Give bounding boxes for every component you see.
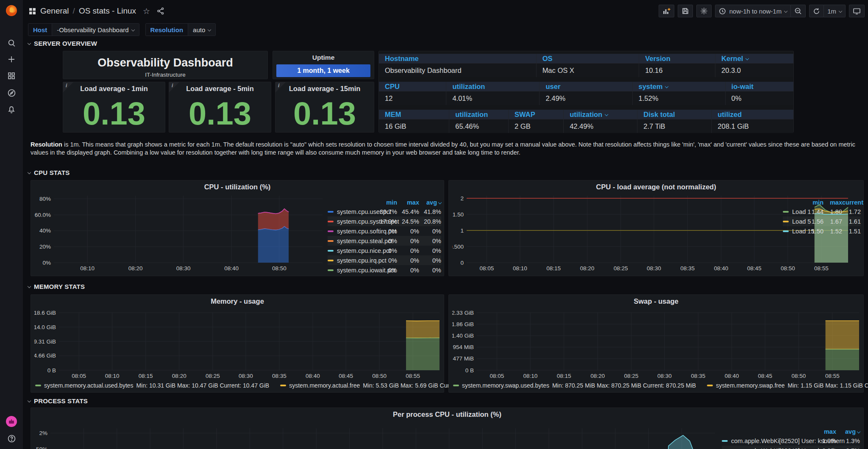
cpu-load-title[interactable]: CPU - load average (not normalized) [449, 183, 863, 191]
legend-sort-min[interactable]: min [805, 199, 823, 206]
breadcrumb-page[interactable]: OS stats - Linux [79, 6, 136, 16]
explore-compass-icon[interactable] [0, 85, 23, 101]
table-header-cell[interactable]: utilization [564, 110, 637, 119]
cpu-utilization-chart[interactable]: 80%60.0%40%20%0%08:1008:2008:3008:4008:5… [34, 192, 324, 274]
legend-swatch[interactable] [783, 211, 789, 213]
breadcrumb-section[interactable]: General [40, 6, 69, 16]
legend-swatch[interactable] [280, 385, 286, 386]
create-plus-icon[interactable] [0, 51, 23, 67]
search-icon[interactable] [0, 35, 23, 51]
legend-series-name[interactable]: Load 5 [783, 218, 805, 225]
cpu-utilization-title[interactable]: CPU - utilization (%) [31, 183, 444, 191]
legend-swatch[interactable] [328, 211, 334, 213]
table-header-cell[interactable]: Version [639, 54, 715, 63]
legend-swatch[interactable] [328, 221, 334, 222]
share-icon[interactable] [157, 7, 164, 15]
swap-usage-chart[interactable]: 2.33 GiB1.86 GiB1.40 GiB954 MiB477 MiB0 … [452, 308, 862, 381]
legend-series-name[interactable]: system.cpu.nice.pct [328, 247, 375, 254]
table-header-cell[interactable]: utilization [449, 110, 509, 119]
memory-usage-chart[interactable]: 18.6 GiB14.0 GiB9.31 GiB4.66 GiB0 B08:05… [34, 308, 442, 381]
legend-sort-current[interactable]: current [842, 199, 861, 206]
legend-item: system.memory.swap.used.bytesMin: 870.25… [453, 382, 696, 389]
save-dashboard-button[interactable] [678, 5, 693, 17]
legend-series-name[interactable]: Load 15 [783, 228, 805, 235]
row-memory-stats[interactable]: MEMORY STATS [28, 283, 85, 290]
legend-sort-avg[interactable]: avg [419, 199, 441, 206]
legend-series-name[interactable]: system.memory.actual.free [289, 382, 360, 389]
legend-series-name[interactable]: system.memory.swap.used.bytes [462, 382, 549, 389]
legend-swatch[interactable] [328, 260, 334, 261]
legend-series-name[interactable]: system.cpu.steal.pct [328, 238, 375, 244]
legend-series-name[interactable]: com.apple.WebKi[82649] User: ksouthern [722, 447, 812, 449]
zoom-out-time-icon[interactable] [791, 5, 806, 17]
load-15min-title[interactable]: Load average - 15min [275, 85, 374, 93]
refresh-icon[interactable] [809, 5, 824, 17]
legend-value: 17.9% [375, 218, 397, 225]
dashboard-settings-gear-icon[interactable] [696, 5, 712, 17]
table-header-cell[interactable]: io-wait [726, 82, 793, 91]
legend-sort-avg[interactable]: avg [836, 428, 860, 435]
legend-series-name[interactable]: system.cpu.iowait.pct [328, 267, 375, 274]
legend-swatch[interactable] [783, 221, 789, 222]
resolution-variable-label: Resolution [146, 24, 188, 36]
host-variable-dropdown[interactable]: -Observability Dashboard [52, 24, 139, 36]
table-header-cell[interactable]: OS [537, 54, 640, 63]
row-server-overview[interactable]: SERVER OVERVIEW [28, 40, 97, 47]
legend-sort-max[interactable]: max [823, 199, 842, 206]
legend-series-name[interactable]: system.cpu.system.pct [328, 218, 375, 225]
table-header-cell[interactable]: SWAP [509, 110, 564, 119]
legend-series-name[interactable]: system.cpu.irq.pct [328, 257, 375, 264]
legend-series-name[interactable]: system.memory.swap.free [716, 382, 785, 389]
table-header-cell[interactable]: system [633, 82, 726, 91]
legend-sort-min[interactable]: min [375, 199, 397, 206]
row-cpu-stats[interactable]: CPU STATS [28, 169, 70, 176]
grafana-logo-icon[interactable] [4, 3, 19, 18]
legend-swatch[interactable] [328, 240, 334, 242]
svg-text:08:50: 08:50 [781, 265, 795, 272]
legend-series-name[interactable]: Load 1 [783, 208, 805, 215]
table-header-cell[interactable]: utilized [712, 110, 793, 119]
swap-usage-title[interactable]: Swap - usage [449, 297, 863, 305]
help-icon[interactable] [0, 430, 23, 446]
load-5min-title[interactable]: Load average - 5min [169, 85, 271, 93]
memory-usage-title[interactable]: Memory - usage [31, 297, 444, 305]
legend-series-name[interactable]: com.apple.WebKi[82520] User: ksouthern [722, 438, 812, 444]
uptime-panel-title[interactable]: Uptime [273, 54, 374, 61]
legend-swatch[interactable] [453, 385, 459, 386]
legend-swatch[interactable] [722, 440, 728, 442]
legend-swatch[interactable] [707, 385, 713, 386]
user-avatar[interactable] [0, 413, 23, 430]
table-header-cell[interactable]: Hostname [379, 54, 537, 63]
legend-swatch[interactable] [328, 269, 334, 271]
load-1min-title[interactable]: Load average - 1min [63, 85, 165, 93]
legend-swatch[interactable] [783, 230, 789, 232]
svg-text:0.500: 0.500 [452, 244, 464, 250]
process-cpu-chart[interactable]: 2%1.50%1%0.50%0% [34, 420, 717, 449]
table-header-cell[interactable]: Kernel [715, 54, 793, 63]
legend-swatch[interactable] [328, 230, 334, 232]
table-header-cell[interactable]: CPU [379, 82, 446, 91]
table-header-cell[interactable]: Disk total [637, 110, 712, 119]
legend-value: 1.61 [842, 218, 861, 225]
table-header-cell[interactable]: MEM [379, 110, 449, 119]
add-panel-button[interactable] [659, 5, 674, 17]
star-icon[interactable]: ☆ [143, 6, 150, 16]
dashboards-icon[interactable] [0, 68, 23, 84]
legend-swatch[interactable] [35, 385, 41, 386]
table-value-cell: 16 GiB [379, 119, 449, 133]
table-header-cell[interactable]: utilization [446, 82, 540, 91]
legend-sort-max[interactable]: max [397, 199, 419, 206]
refresh-interval-dropdown[interactable]: 1m [824, 5, 846, 17]
table-header-cell[interactable]: user [540, 82, 632, 91]
legend-series-name[interactable]: system.cpu.softirq.pct [328, 228, 375, 235]
legend-swatch[interactable] [328, 250, 334, 252]
resolution-variable-dropdown[interactable]: auto [188, 24, 215, 36]
legend-series-name[interactable]: system.memory.actual.used.bytes [44, 382, 134, 389]
legend-sort-max[interactable]: max [812, 428, 836, 435]
process-cpu-title[interactable]: Per process CPU - utilization (%) [31, 410, 863, 419]
row-process-stats[interactable]: PROCESS STATS [28, 397, 88, 405]
time-range-picker[interactable]: now-1h to now-1m [715, 5, 791, 17]
legend-series-name[interactable]: system.cpu.user.pct [328, 208, 375, 215]
cycle-view-monitor-icon[interactable] [849, 5, 865, 17]
alerting-bell-icon[interactable] [0, 102, 23, 118]
